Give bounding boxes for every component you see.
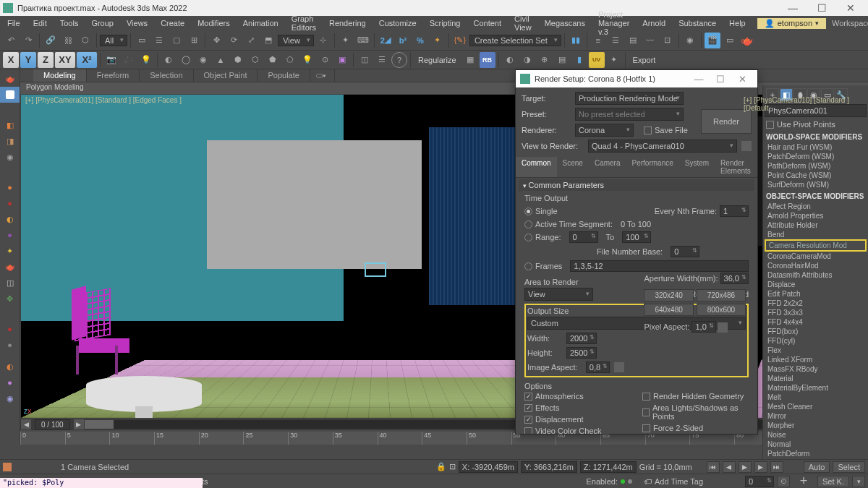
modifier-item[interactable]: Bend — [765, 230, 867, 239]
t1-icon[interactable]: ◐ — [161, 52, 176, 68]
lt-tea2-icon[interactable]: 🫖 — [0, 259, 20, 275]
dialog-maximize-button[interactable]: ☐ — [710, 74, 731, 85]
align-button[interactable]: ≡ — [590, 33, 606, 48]
lt-6-icon[interactable]: ● — [0, 374, 20, 390]
s1-icon[interactable]: ◐ — [502, 52, 518, 68]
sb-left-button[interactable]: ◀ — [21, 419, 31, 429]
goto-start-button[interactable]: ⏮ — [707, 461, 720, 473]
isolate-icon[interactable]: ⊡ — [449, 462, 456, 471]
hidden-checkbox[interactable] — [642, 393, 650, 401]
nth-spinner[interactable]: 1 — [720, 205, 749, 217]
t9-icon[interactable]: ⊙ — [317, 52, 333, 68]
menu-create[interactable]: Create — [155, 17, 190, 29]
t5-icon[interactable]: ⬢ — [230, 52, 246, 68]
layer-button[interactable]: ☰ — [608, 33, 624, 48]
material-editor-button[interactable]: ◉ — [682, 33, 698, 48]
t11-icon[interactable]: ◫ — [357, 52, 373, 68]
setkey-button[interactable]: Set K. — [817, 476, 849, 487]
light-icon[interactable]: 💡 — [138, 52, 154, 68]
area-dropdown[interactable]: View — [524, 288, 593, 301]
modifier-item[interactable]: Affect Region — [765, 202, 867, 211]
single-radio[interactable] — [524, 207, 532, 215]
modifier-item[interactable]: Normal — [765, 440, 867, 449]
modifier-item[interactable]: Point Cache (WSM) — [765, 171, 867, 180]
preset-dropdown[interactable]: No preset selected — [575, 108, 684, 121]
next-frame-button[interactable]: ▶ — [754, 461, 767, 473]
axis-x-button[interactable]: X — [3, 52, 19, 68]
rb-button[interactable]: RB — [480, 52, 495, 68]
t6-icon[interactable]: ⬡ — [247, 52, 263, 68]
regularize-label[interactable]: Regularize — [414, 54, 461, 66]
modifier-item[interactable]: CoronaHairMod — [765, 261, 867, 270]
render-setup-button[interactable]: 🎬 — [705, 33, 720, 48]
modifier-item[interactable]: Arnold Properties — [765, 211, 867, 221]
s3-icon[interactable]: ⊕ — [537, 52, 553, 68]
render-button[interactable]: 🫖 — [739, 33, 755, 48]
modifier-item[interactable]: FFD 2x2x2 — [765, 299, 867, 308]
height-spinner[interactable]: 2500 — [566, 347, 597, 359]
keyfilter2-button[interactable]: ▾ — [852, 476, 865, 487]
spinner-snap-button[interactable]: ✦ — [430, 33, 446, 48]
camera2-icon[interactable]: 🎥 — [121, 52, 137, 68]
modifier-item[interactable]: Edit Patch — [765, 289, 867, 299]
minimize-button[interactable]: — — [778, 2, 807, 14]
effects-checkbox[interactable] — [524, 404, 532, 412]
paspect-lock-icon[interactable] — [718, 322, 728, 333]
redo-button[interactable]: ↷ — [20, 33, 36, 48]
bind-button[interactable]: ⬡ — [77, 33, 93, 48]
dialog-titlebar[interactable]: Render Setup: Corona 8 (Hotfix 1) — ☐ ✕ — [516, 70, 757, 87]
dlgtab-performance[interactable]: Performance — [626, 157, 679, 177]
aspect-spinner[interactable]: 0,8 — [586, 361, 610, 373]
lt-active-icon[interactable] — [0, 87, 20, 103]
axis-y-button[interactable]: Y — [20, 52, 36, 68]
lt-red-icon[interactable]: ● — [0, 195, 20, 211]
modifier-item[interactable]: Material — [765, 374, 867, 383]
menu-substance[interactable]: Substance — [673, 17, 722, 29]
help-icon[interactable]: ? — [391, 52, 407, 68]
lt-r1-icon[interactable]: ● — [0, 321, 20, 337]
percent-snap-button[interactable]: % — [412, 33, 428, 48]
undo-button[interactable]: ↶ — [3, 33, 19, 48]
range-to-spinner[interactable]: 100 — [622, 231, 651, 243]
menu-civilview[interactable]: Civil View — [509, 13, 537, 33]
preset-640x480[interactable]: 640x480 — [644, 304, 693, 316]
s4-icon[interactable]: ▤ — [554, 52, 570, 68]
lt-1-icon[interactable]: ◧ — [0, 117, 20, 133]
frames-radio[interactable] — [524, 262, 532, 270]
menu-rendering[interactable]: Rendering — [323, 17, 372, 29]
menu-file[interactable]: File — [1, 17, 26, 29]
select-name-button[interactable]: ☰ — [151, 33, 167, 48]
menu-megascans[interactable]: Megascans — [539, 17, 591, 29]
maxscript-listener[interactable]: "picked: $Poly — [0, 478, 203, 488]
t4-icon[interactable]: ▲ — [213, 52, 229, 68]
t3-icon[interactable]: ◉ — [195, 52, 211, 68]
t2-icon[interactable]: ◯ — [178, 52, 194, 68]
tab-modeling[interactable]: Modeling — [33, 69, 87, 82]
toggle-ribbon-button[interactable]: ▤ — [625, 33, 641, 48]
menu-help[interactable]: Help — [723, 17, 752, 29]
lt-3-icon[interactable]: ◉ — [0, 149, 20, 165]
lt-5-icon[interactable]: ◐ — [0, 359, 20, 374]
rect-select-button[interactable]: ▢ — [169, 33, 184, 48]
t8-icon[interactable]: ⬠ — [282, 52, 298, 68]
modifier-item[interactable]: FFD(box) — [765, 327, 867, 336]
vcc-checkbox[interactable] — [524, 427, 532, 435]
modifier-item[interactable]: Mirror — [765, 411, 867, 421]
aspect-lock-icon[interactable] — [614, 362, 624, 372]
tab-freeform[interactable]: Freeform — [87, 69, 140, 82]
modifier-item[interactable]: Flex — [765, 346, 867, 355]
angle-snap-button[interactable]: b² — [395, 33, 411, 48]
lt-4-icon[interactable]: ◐ — [0, 211, 20, 227]
select-button[interactable]: ▭ — [134, 33, 150, 48]
menu-tools[interactable]: Tools — [54, 17, 85, 29]
autokey-button[interactable]: Auto — [804, 461, 830, 473]
ref-coord-dropdown[interactable]: View — [278, 35, 314, 46]
lt-ball-icon[interactable]: ● — [0, 179, 20, 195]
link-button[interactable]: 🔗 — [43, 33, 59, 48]
s5-icon[interactable]: ▮ — [571, 52, 587, 68]
modifier-item[interactable]: Melt — [765, 393, 867, 402]
modifier-item[interactable]: PathDeform (WSM) — [765, 161, 867, 171]
addtime-label[interactable]: Add Time Tag — [655, 477, 703, 486]
coord-y[interactable]: Y: 3663,216m — [521, 461, 577, 473]
edit-selset-button[interactable]: {✎} — [452, 33, 468, 48]
